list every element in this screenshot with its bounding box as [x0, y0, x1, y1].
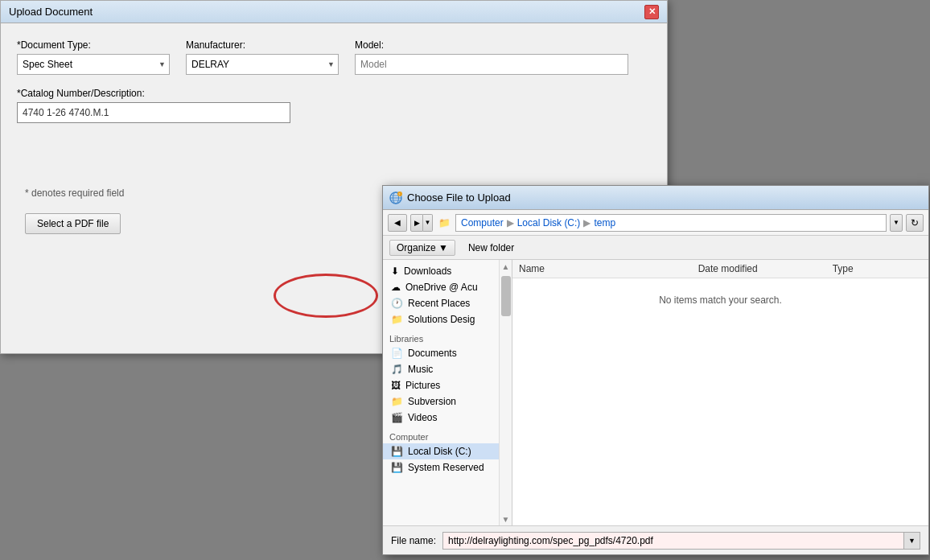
no-items-message: No items match your search. — [512, 278, 928, 322]
manufacturer-group: Manufacturer: DELRAY — [186, 39, 339, 75]
browser-titlebar: ! Choose File to Upload — [383, 186, 928, 210]
ie-icon: ! — [389, 191, 402, 204]
music-icon: 🎵 — [391, 364, 403, 375]
model-label: Model: — [355, 39, 628, 51]
manufacturer-select-wrapper[interactable]: DELRAY — [186, 54, 339, 75]
scroll-down-arrow[interactable]: ▼ — [502, 514, 510, 525]
downloads-icon: ⬇ — [391, 266, 399, 277]
browser-action-bar: Organize ▼ New folder — [383, 236, 928, 260]
close-button[interactable]: ✕ — [644, 5, 659, 19]
back-button[interactable]: ◀ — [388, 214, 407, 232]
path-computer[interactable]: Computer — [461, 217, 504, 229]
scroll-thumb[interactable] — [501, 276, 511, 316]
sidebar-item-system-reserved[interactable]: 💾 System Reserved — [383, 459, 499, 476]
system-reserved-icon: 💾 — [391, 462, 403, 473]
browser-main: Name Date modified Type No items match y… — [512, 260, 928, 525]
new-folder-button[interactable]: New folder — [462, 241, 521, 255]
sidebar-scrollbar[interactable]: ▲ ▼ — [500, 260, 512, 525]
sidebar-item-downloads[interactable]: ⬇ Downloads — [383, 263, 499, 279]
browser-content: ⬇ Downloads ☁ OneDrive @ Acu 🕐 Recent Pl… — [383, 260, 928, 525]
recent-icon: 🕐 — [391, 298, 403, 309]
path-dropdown-button[interactable]: ▼ — [890, 214, 903, 232]
sidebar-item-videos[interactable]: 🎬 Videos — [383, 410, 499, 426]
path-folder[interactable]: temp — [594, 217, 615, 229]
column-type: Type — [833, 263, 922, 274]
modal-title: Upload Document — [9, 6, 93, 18]
form-row-1: *Document Type: Spec Sheet Manufacturer:… — [17, 39, 651, 75]
sidebar-item-music[interactable]: 🎵 Music — [383, 361, 499, 377]
sidebar-item-recent[interactable]: 🕐 Recent Places — [383, 295, 499, 311]
path-drive[interactable]: Local Disk (C:) — [517, 217, 581, 229]
scroll-up-arrow[interactable]: ▲ — [502, 261, 510, 273]
filename-dropdown-button[interactable]: ▼ — [904, 532, 920, 550]
modal-titlebar: Upload Document ✕ — [1, 1, 667, 23]
forward-button[interactable]: ▶ — [410, 214, 423, 232]
column-name: Name — [519, 263, 698, 274]
file-list-header: Name Date modified Type — [512, 260, 928, 278]
browser-sidebar: ⬇ Downloads ☁ OneDrive @ Acu 🕐 Recent Pl… — [383, 260, 500, 525]
manufacturer-select[interactable]: DELRAY — [186, 54, 339, 75]
organize-button[interactable]: Organize ▼ — [389, 240, 455, 256]
libraries-section-header: Libraries — [383, 327, 499, 345]
model-input[interactable] — [355, 54, 628, 75]
nav-dropdown-button[interactable]: ▼ — [423, 214, 433, 232]
browser-title: Choose File to Upload — [407, 191, 511, 204]
filename-label: File name: — [391, 535, 436, 546]
manufacturer-label: Manufacturer: — [186, 39, 339, 51]
filename-input[interactable] — [442, 532, 904, 550]
column-date-modified: Date modified — [698, 263, 833, 274]
pictures-icon: 🖼 — [391, 380, 401, 391]
file-browser-dialog: ! Choose File to Upload ◀ ▶ ▼ 📁 Computer… — [382, 185, 929, 555]
model-group: Model: — [355, 39, 628, 75]
solutions-icon: 📁 — [391, 314, 403, 325]
sidebar-item-onedrive[interactable]: ☁ OneDrive @ Acu — [383, 279, 499, 295]
sidebar-item-subversion[interactable]: 📁 Subversion — [383, 393, 499, 410]
sidebar-item-solutions[interactable]: 📁 Solutions Desig — [383, 311, 499, 327]
svg-text:!: ! — [399, 192, 400, 196]
path-bar: Computer ▶ Local Disk (C:) ▶ temp — [455, 214, 887, 232]
select-pdf-button[interactable]: Select a PDF file — [25, 213, 121, 234]
sidebar-item-local-disk[interactable]: 💾 Local Disk (C:) — [383, 443, 499, 459]
catalog-group: *Catalog Number/Description: — [17, 88, 651, 123]
documents-icon: 📄 — [391, 348, 403, 359]
local-disk-icon: 💾 — [391, 446, 403, 457]
folder-icon: 📁 — [436, 217, 452, 229]
filename-input-wrapper: ▼ — [442, 532, 920, 550]
document-type-select-wrapper[interactable]: Spec Sheet — [17, 54, 170, 75]
browser-toolbar: ◀ ▶ ▼ 📁 Computer ▶ Local Disk (C:) ▶ tem… — [383, 210, 928, 236]
document-type-label: *Document Type: — [17, 39, 170, 51]
videos-icon: 🎬 — [391, 412, 403, 423]
sidebar-item-documents[interactable]: 📄 Documents — [383, 345, 499, 361]
onedrive-icon: ☁ — [391, 282, 401, 293]
catalog-input[interactable] — [17, 102, 290, 123]
subversion-icon: 📁 — [391, 396, 403, 407]
sidebar-item-pictures[interactable]: 🖼 Pictures — [383, 377, 499, 393]
document-type-group: *Document Type: Spec Sheet — [17, 39, 170, 75]
document-type-select[interactable]: Spec Sheet — [17, 54, 170, 75]
forward-nav: ▶ ▼ — [410, 214, 433, 232]
refresh-button[interactable]: ↻ — [906, 214, 924, 232]
catalog-label: *Catalog Number/Description: — [17, 88, 651, 99]
computer-section-header: Computer — [383, 426, 499, 443]
browser-footer: File name: ▼ — [383, 525, 928, 554]
